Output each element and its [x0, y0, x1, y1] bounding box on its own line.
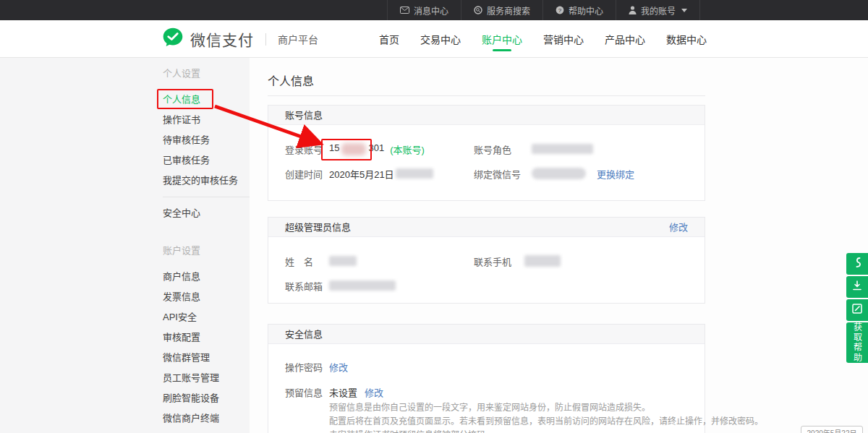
wechat-pay-logo-icon [162, 27, 184, 51]
admin-name-label: 姓 名 [285, 254, 329, 268]
account-info-panel-header: 账号信息 [268, 106, 705, 125]
nav-item-home[interactable]: 首页 [379, 20, 399, 58]
quick-link-button[interactable] [846, 253, 868, 275]
question-icon: ? [556, 6, 564, 14]
link-icon [853, 257, 862, 271]
sidebar-menu: 个人设置 个人信息 操作证书 待审核任务 已审核任务 我提交的审核任务 安全中心… [163, 64, 250, 433]
sidebar: 个人设置 个人信息 操作证书 待审核任务 已审核任务 我提交的审核任务 安全中心… [0, 58, 250, 433]
description-line: 未安装操作证书时预留信息将被部分掩码。 [329, 429, 763, 433]
brand-divider [265, 33, 266, 46]
nav-item-label: 首页 [379, 32, 399, 46]
redacted-blur [532, 168, 586, 179]
nav-item-account-center[interactable]: 账户中心 [482, 20, 522, 58]
panel-title: 账号信息 [285, 106, 323, 124]
created-time-row: 创建时间 2020年5月21日 [285, 166, 433, 181]
login-account-label: 登录账号 [285, 142, 329, 156]
sidebar-item-pending-review-tasks[interactable]: 待审核任务 [163, 130, 250, 150]
account-info-panel: 账号信息 登录账号 15301 (本账号) 账号角色 创建时间 2020年5月2… [268, 105, 705, 201]
rebind-wechat-link[interactable]: 更换绑定 [597, 167, 634, 181]
sidebar-item-merchant-info[interactable]: 商户信息 [163, 267, 250, 287]
date-tooltip: 2020年5月22日 [801, 426, 863, 433]
title-divider [268, 95, 705, 96]
topbar-item-my-account[interactable]: 我的账号 [616, 0, 700, 20]
user-icon [629, 6, 637, 14]
redacted-blur [329, 280, 396, 291]
description-line: 配置后将在首页及充值页面显示。若未看到预留信息，表明当前访问的网站存在风险，请终… [329, 415, 763, 429]
brand-name: 微信支付 [190, 28, 254, 50]
sidebar-spacer [163, 223, 250, 241]
download-button[interactable] [846, 276, 868, 298]
reserve-info-description: 预留信息是由你自己设置的一段文字，用来鉴定网站身份，防止假冒网站造成损失。 配置… [329, 401, 763, 433]
redacted-blur [329, 256, 357, 266]
admin-email-label: 联系邮箱 [285, 279, 329, 293]
nav-item-marketing-center[interactable]: 营销中心 [543, 20, 584, 58]
sidebar-section-account-settings: 账户设置 [163, 241, 250, 261]
nav-item-product-center[interactable]: 产品中心 [605, 20, 645, 58]
sidebar-item-my-submitted-review-tasks[interactable]: 我提交的审核任务 [163, 171, 250, 191]
redacted-blur [396, 168, 433, 179]
get-help-button[interactable]: 获取帮助 [846, 322, 868, 363]
security-info-panel: 安全信息 操作密码 修改 预留信息 未设置 修改 预留信息是由你自己设置的一段文… [268, 324, 705, 433]
sidebar-item-operation-certificate[interactable]: 操作证书 [163, 110, 250, 130]
topbar-item-label: 帮助中心 [569, 4, 603, 17]
redacted-blur [341, 143, 366, 155]
sidebar-item-invoice-info[interactable]: 发票信息 [163, 287, 250, 307]
topbar: 消息中心 服务商搜索 ? 帮助中心 我的账号 [0, 0, 868, 20]
sidebar-item-staff-account-management[interactable]: 员工账号管理 [163, 368, 250, 388]
sidebar-item-personal-info[interactable]: 个人信息 [163, 90, 250, 110]
edit-password-link[interactable]: 修改 [329, 360, 348, 374]
circle-search-icon [474, 6, 482, 14]
nav-item-label: 产品中心 [605, 32, 645, 46]
admin-email-row: 联系邮箱 [285, 278, 396, 293]
sidebar-item-wechat-group-management[interactable]: 微信群管理 [163, 348, 250, 368]
bound-wechat-label: 绑定微信号 [474, 167, 532, 181]
security-info-panel-header: 安全信息 [268, 325, 705, 344]
topbar-item-label: 服务商搜索 [487, 4, 530, 17]
nav-item-transaction-center[interactable]: 交易中心 [420, 20, 461, 58]
brand[interactable]: 微信支付 商户平台 [162, 20, 318, 58]
sidebar-item-wechat-merchant-terminal[interactable]: 微信商户终端 [163, 408, 250, 429]
floating-toolbar: 获取帮助 [846, 253, 868, 363]
sidebar-item-reviewed-tasks[interactable]: 已审核任务 [163, 150, 250, 171]
login-account-value: 15301 [329, 142, 384, 155]
download-icon [852, 280, 862, 293]
panel-title: 超级管理员信息 [285, 218, 351, 236]
topbar-item-help-center[interactable]: ? 帮助中心 [542, 0, 616, 20]
sidebar-item-review-config[interactable]: 审核配置 [163, 327, 250, 348]
reserve-info-row: 预留信息 未设置 修改 [285, 385, 383, 399]
super-admin-panel: 超级管理员信息 修改 姓 名 联系手机 联系邮箱 [268, 217, 705, 304]
brand-portal-label: 商户平台 [278, 32, 318, 46]
redacted-blur [532, 144, 593, 154]
reserve-info-label: 预留信息 [285, 385, 329, 399]
sidebar-item-face-smart-device[interactable]: 刷脸智能设备 [163, 388, 250, 408]
chevron-down-icon [681, 9, 687, 12]
sidebar-divider [163, 197, 250, 197]
redacted-blur [524, 255, 561, 267]
nav-item-label: 营销中心 [543, 32, 584, 46]
sidebar-section-personal-settings: 个人设置 [163, 64, 250, 84]
sidebar-item-security-center[interactable]: 安全中心 [163, 203, 250, 223]
nav-item-label: 交易中心 [420, 32, 461, 46]
sidebar-item-api-security[interactable]: API安全 [163, 307, 250, 327]
account-role-row: 账号角色 [474, 142, 593, 156]
mail-icon [400, 7, 409, 14]
admin-name-row: 姓 名 [285, 254, 357, 268]
created-time-label: 创建时间 [285, 167, 329, 181]
topbar-item-label: 消息中心 [414, 4, 448, 17]
nav-item-label: 数据中心 [666, 32, 707, 46]
operation-password-label: 操作密码 [285, 360, 329, 374]
bound-wechat-row: 绑定微信号 更换绑定 [474, 166, 634, 181]
current-account-tag: (本账号) [390, 142, 425, 156]
operation-password-row: 操作密码 修改 [285, 359, 348, 374]
topbar-item-messages[interactable]: 消息中心 [387, 0, 461, 20]
topbar-item-provider-search[interactable]: 服务商搜索 [461, 0, 542, 20]
admin-phone-row: 联系手机 [474, 254, 561, 268]
edit-reserve-info-link[interactable]: 修改 [365, 385, 383, 399]
account-role-label: 账号角色 [474, 142, 532, 156]
svg-text:?: ? [558, 7, 562, 14]
edit-admin-link[interactable]: 修改 [669, 218, 688, 236]
nav-item-label: 账户中心 [482, 32, 522, 46]
nav-item-data-center[interactable]: 数据中心 [666, 20, 707, 58]
main-content: 个人信息 账号信息 登录账号 15301 (本账号) 账号角色 创建时间 202… [250, 58, 868, 433]
feedback-button[interactable] [846, 299, 868, 321]
